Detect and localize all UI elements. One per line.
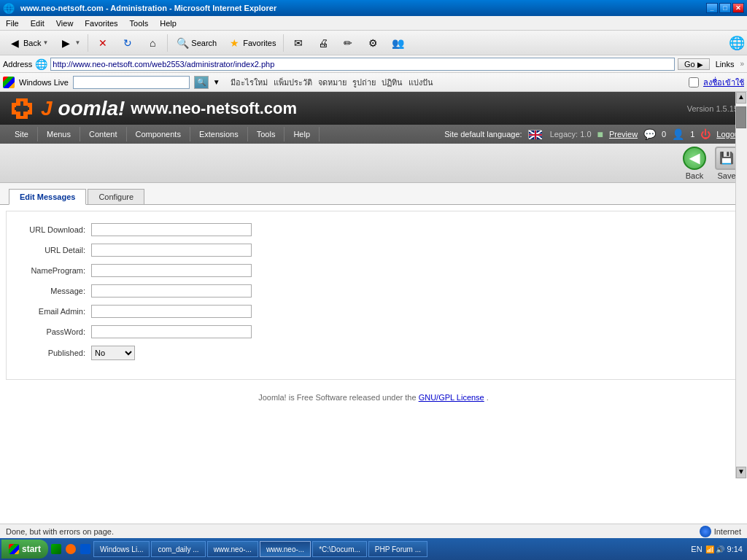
scroll-up-button[interactable]: ▲ <box>736 92 746 104</box>
scroll-thumb[interactable] <box>736 106 746 128</box>
message-count: 0 <box>662 130 666 139</box>
select-published[interactable]: No Yes <box>91 346 135 360</box>
admin-menu-components[interactable]: Components <box>127 127 190 141</box>
forward-chevron: ▼ <box>74 39 80 46</box>
joomla-icon <box>9 96 35 122</box>
admin-legacy-label: Legacy: 1.0 <box>550 130 592 139</box>
window-title: www.neo-netsoft.com - Administration - M… <box>20 4 276 12</box>
input-url-download[interactable] <box>91 223 252 236</box>
preview-icon: ■ <box>597 128 603 140</box>
print-button[interactable]: 🖨 <box>311 34 335 52</box>
forward-button[interactable]: ▶ ▼ <box>54 34 85 52</box>
live-nav-calendar[interactable]: ปฏิทิน <box>382 76 403 89</box>
footer-license-link[interactable]: GNU/GPL License <box>419 393 484 402</box>
joomla-j-text: J <box>41 97 53 120</box>
status-text: Done, but with errors on page. <box>6 527 114 536</box>
taskbar-item-windows-live[interactable]: Windows Li... <box>93 541 150 557</box>
menu-tools[interactable]: Tools <box>127 18 152 29</box>
menu-edit[interactable]: Edit <box>28 18 47 29</box>
input-password[interactable] <box>91 325 252 338</box>
admin-menu-right: Site default language: Legacy: 1.0 ■ Pre… <box>444 128 741 140</box>
input-name-program[interactable] <box>91 264 252 277</box>
stop-button[interactable]: ✕ <box>91 34 115 52</box>
refresh-button[interactable]: ↻ <box>116 34 139 52</box>
toolbar-separator-2 <box>167 34 168 52</box>
menu-view[interactable]: View <box>53 18 77 29</box>
admin-menu-menus[interactable]: Menus <box>38 127 80 141</box>
menu-file[interactable]: File <box>3 18 22 29</box>
live-nav-share[interactable]: แบ่งปัน <box>409 76 433 89</box>
live-nav-mail[interactable]: จดหมาย <box>318 76 347 89</box>
minimize-button[interactable]: _ <box>706 3 718 13</box>
address-input[interactable] <box>53 60 673 69</box>
people-button[interactable]: 👥 <box>386 34 409 52</box>
admin-menu-help[interactable]: Help <box>285 127 320 141</box>
joomla-site-name: www.neo-netsoft.com <box>131 99 297 118</box>
tab-configure[interactable]: Configure <box>88 189 144 204</box>
joomla-footer: Joomla! is Free Software released under … <box>0 386 747 409</box>
links-button[interactable]: Links <box>713 58 738 70</box>
ie-toolbar: ◀ Back ▼ ▶ ▼ ✕ ↻ ⌂ 🔍 Search ★ Favorites … <box>0 31 747 55</box>
input-url-detail[interactable] <box>91 244 252 257</box>
toolbar-separator-1 <box>88 34 88 52</box>
taskbar-item-neo-1[interactable]: www.neo-... <box>207 541 258 557</box>
taskbar-ie-icon <box>51 544 61 554</box>
taskbar-item-com-daily[interactable]: com_daily ... <box>151 541 205 557</box>
windows-live-text: Windows Live <box>19 78 69 87</box>
maximize-button[interactable]: □ <box>719 3 731 13</box>
favorites-button[interactable]: ★ Favorites <box>222 34 280 52</box>
windows-live-search-button[interactable]: 🔍 <box>194 76 209 89</box>
live-checkbox[interactable] <box>689 77 699 88</box>
form-area: URL Download: URL Detail: NameProgram: M… <box>6 211 741 380</box>
ie-tools-button[interactable]: ⚙ <box>361 34 384 52</box>
content-toolbar: ◀ Back 💾 Save <box>0 144 747 183</box>
ie-logo: 🌐 <box>729 36 744 50</box>
status-bar: Done, but with errors on page. Internet <box>0 524 747 538</box>
admin-menu-tools[interactable]: Tools <box>248 127 285 141</box>
edit-button[interactable]: ✏ <box>336 34 360 52</box>
admin-menu-site[interactable]: Site <box>6 127 38 141</box>
back-toolbar-icon: ◀ <box>683 147 706 170</box>
live-right: ลงชื่อเข้าใช้ <box>689 76 744 89</box>
live-nav-history[interactable]: แพ็มประวัติ <box>274 76 312 89</box>
back-toolbar-action[interactable]: ◀ Back <box>683 147 706 180</box>
tab-edit-messages[interactable]: Edit Messages <box>9 189 86 205</box>
user-icon: 👤 <box>672 128 684 140</box>
live-nav-photo[interactable]: รูปถ่าย <box>352 76 376 89</box>
footer-text-after: . <box>487 393 489 402</box>
admin-preview-button[interactable]: Preview <box>609 130 638 139</box>
home-button[interactable]: ⌂ <box>141 34 164 52</box>
menu-favorites[interactable]: Favorites <box>82 18 120 29</box>
windows-live-search-input[interactable] <box>73 76 190 89</box>
start-button[interactable]: start <box>1 540 48 559</box>
input-email-admin[interactable] <box>91 305 252 318</box>
label-published: Published: <box>18 349 91 357</box>
taskbar-item-neo-2[interactable]: www.neo-... <box>260 541 311 557</box>
admin-menu-content[interactable]: Content <box>80 127 127 141</box>
live-login-button[interactable]: ลงชื่อเข้าใช้ <box>703 76 744 89</box>
live-nav-items: มีอะไรใหม่ แพ็มประวัติ จดหมาย รูปถ่าย ปฏ… <box>231 76 433 89</box>
live-search-chevron[interactable]: ▼ <box>213 78 220 86</box>
back-chevron: ▼ <box>42 39 48 46</box>
taskbar-item-php-forum[interactable]: PHP Forum ... <box>368 541 427 557</box>
go-button[interactable]: Go ▶ <box>678 58 710 70</box>
scroll-down-button[interactable]: ▼ <box>736 467 746 478</box>
mail-button[interactable]: ✉ <box>287 34 310 52</box>
close-button[interactable]: ✕ <box>732 3 744 13</box>
live-nav-new[interactable]: มีอะไรใหม่ <box>231 76 268 89</box>
links-expander[interactable]: » <box>740 60 744 68</box>
back-button[interactable]: ◀ Back ▼ <box>3 34 53 52</box>
search-button[interactable]: 🔍 Search <box>171 34 221 52</box>
forward-icon: ▶ <box>58 36 73 50</box>
search-icon: 🔍 <box>197 78 206 86</box>
vertical-scrollbar[interactable]: ▲ ▼ <box>735 92 747 478</box>
menu-help[interactable]: Help <box>157 18 179 29</box>
window-controls[interactable]: _ □ ✕ <box>706 3 744 13</box>
tray-volume-icon: 🔊 <box>716 545 724 553</box>
tools-icon: ⚙ <box>365 36 380 50</box>
taskbar-item-docum[interactable]: *C:\Docum... <box>312 541 367 557</box>
internet-zone: Internet <box>714 527 741 536</box>
form-row-url-download: URL Download: <box>18 223 729 236</box>
input-message[interactable] <box>91 284 252 298</box>
admin-menu-extensions[interactable]: Extensions <box>190 127 248 141</box>
